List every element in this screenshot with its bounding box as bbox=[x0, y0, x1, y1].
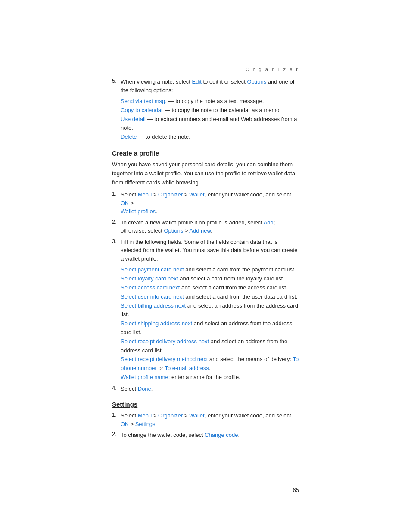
cp-wallet-link: Wallet bbox=[189, 191, 205, 198]
send-via-text-link: Send via text msg. bbox=[121, 98, 167, 104]
loyalty-card-link: Select loyalty card next bbox=[121, 275, 178, 282]
options-link: Options bbox=[247, 78, 266, 85]
cp-ok-link: OK bbox=[121, 200, 129, 206]
receipt-or: or bbox=[157, 365, 165, 371]
cp-step-4: 4. Select Done. bbox=[112, 385, 299, 393]
s-ok-link: OK bbox=[121, 421, 129, 427]
shipping-address-link: Select shipping address next bbox=[121, 320, 192, 327]
field-receipt-delivery-address: Select receipt delivery address next and… bbox=[121, 337, 299, 355]
payment-card-link: Select payment card next bbox=[121, 266, 184, 273]
change-code-link: Change code bbox=[205, 432, 238, 438]
receipt-delivery-address-link: Select receipt delivery address next bbox=[121, 338, 209, 345]
settings-step-1-text: Select Menu > Organizer > Wallet, enter … bbox=[121, 411, 291, 428]
delete-link: Delete bbox=[121, 134, 137, 140]
step-5-text: When viewing a note, select Edit to edit… bbox=[121, 78, 299, 94]
field-access-card: Select access card next and select a car… bbox=[121, 283, 299, 292]
header-label: O r g a n i z e r bbox=[246, 67, 299, 72]
send-via-text-desc: — to copy the note as a text message. bbox=[167, 98, 264, 104]
field-billing-address: Select billing address next and select a… bbox=[121, 302, 299, 320]
create-profile-intro: When you have saved your personal card d… bbox=[112, 160, 299, 187]
done-link: Done bbox=[138, 386, 151, 392]
cp-step-2-num: 2. bbox=[112, 218, 121, 235]
step-5-line: 5. When viewing a note, select Edit to e… bbox=[112, 78, 299, 94]
cp-step-2: 2. To create a new wallet profile if no … bbox=[112, 218, 299, 235]
settings-step-2-text: To change the wallet code, select Change… bbox=[121, 431, 240, 439]
receipt-delivery-method-desc: and select the means of delivery: bbox=[208, 356, 293, 362]
cp-step-1-num: 1. bbox=[112, 190, 121, 216]
page-number: 65 bbox=[293, 487, 299, 493]
options-list: Send via text msg. — to copy the note as… bbox=[121, 97, 299, 142]
cp-step-1: 1. Select Menu > Organizer > Wallet, ent… bbox=[112, 190, 299, 216]
settings-step-2-num: 2. bbox=[112, 431, 121, 439]
receipt-period: . bbox=[209, 365, 211, 371]
delete-desc: — to delete the note. bbox=[137, 134, 190, 140]
step-5-block: 5. When viewing a note, select Edit to e… bbox=[112, 78, 299, 142]
receipt-delivery-method-link: Select receipt delivery method next bbox=[121, 356, 208, 362]
payment-card-desc: and select a card from the payment card … bbox=[184, 266, 296, 273]
cp-wallet-profiles-link: Wallet profiles bbox=[121, 208, 156, 215]
option-send-via-text: Send via text msg. — to copy the note as… bbox=[121, 97, 299, 106]
wallet-profile-name-desc: enter a name for the profile. bbox=[170, 374, 240, 380]
field-wallet-profile-name: Wallet profile name: enter a name for th… bbox=[121, 373, 299, 382]
cp-step-4-num: 4. bbox=[112, 385, 121, 393]
s-wallet-link: Wallet bbox=[189, 412, 205, 419]
user-info-card-desc: and select a card from the user data car… bbox=[184, 293, 298, 300]
create-profile-section: Create a profile When you have saved you… bbox=[112, 149, 299, 393]
s-settings-link: Settings bbox=[135, 421, 156, 427]
field-payment-card: Select payment card next and select a ca… bbox=[121, 265, 299, 274]
use-detail-desc: — to extract numbers and e-mail and Web … bbox=[121, 116, 297, 131]
page: O r g a n i z e r 5. When viewing a note… bbox=[0, 0, 411, 532]
billing-address-link: Select billing address next bbox=[121, 302, 186, 309]
s-menu-link: Menu bbox=[138, 412, 152, 419]
option-copy-to-calendar: Copy to calendar — to copy the note to t… bbox=[121, 106, 299, 115]
cp-menu-link: Menu bbox=[138, 191, 152, 198]
s-organizer-link: Organizer bbox=[158, 412, 183, 419]
option-delete: Delete — to delete the note. bbox=[121, 133, 299, 142]
field-shipping-address: Select shipping address next and select … bbox=[121, 319, 299, 337]
copy-to-calendar-link: Copy to calendar bbox=[121, 107, 163, 113]
access-card-desc: and select a card from the access card l… bbox=[180, 284, 287, 291]
access-card-link: Select access card next bbox=[121, 284, 180, 291]
cp-step-4-text: Select Done. bbox=[121, 385, 153, 393]
copy-to-calendar-desc: — to copy the note to the calendar as a … bbox=[163, 107, 281, 113]
step-5-number: 5. bbox=[112, 78, 121, 94]
wallet-profile-name-link: Wallet profile name: bbox=[121, 374, 170, 380]
cp-add-new-link: Add new bbox=[189, 227, 211, 234]
cp-organizer-link: Organizer bbox=[158, 191, 183, 198]
settings-step-1: 1. Select Menu > Organizer > Wallet, ent… bbox=[112, 411, 299, 428]
to-email-address-link: To e-mail address bbox=[165, 365, 209, 371]
cp-options-link: Options bbox=[164, 227, 183, 234]
create-profile-heading: Create a profile bbox=[112, 149, 299, 157]
user-info-card-link: Select user info card next bbox=[121, 293, 184, 300]
loyalty-card-desc: and select a card from the loyalty card … bbox=[178, 275, 284, 282]
cp-add-link: Add bbox=[264, 219, 274, 226]
main-content: 5. When viewing a note, select Edit to e… bbox=[112, 78, 299, 439]
settings-step-1-num: 1. bbox=[112, 411, 121, 428]
cp-step-3-text: Fill in the following fields. Some of th… bbox=[121, 238, 299, 263]
option-use-detail: Use detail — to extract numbers and e-ma… bbox=[121, 115, 299, 133]
settings-section: Settings 1. Select Menu > Organizer > Wa… bbox=[112, 401, 299, 439]
edit-link: Edit bbox=[192, 78, 201, 85]
field-user-info-card: Select user info card next and select a … bbox=[121, 292, 299, 302]
settings-step-2: 2. To change the wallet code, select Cha… bbox=[112, 431, 299, 439]
settings-heading: Settings bbox=[112, 401, 299, 408]
cp-step-1-text: Select Menu > Organizer > Wallet, enter … bbox=[121, 190, 299, 216]
fields-list: Select payment card next and select a ca… bbox=[121, 265, 299, 382]
field-loyalty-card: Select loyalty card next and select a ca… bbox=[121, 274, 299, 283]
use-detail-link: Use detail bbox=[121, 116, 146, 122]
cp-step-2-text: To create a new wallet profile if no pro… bbox=[121, 218, 299, 235]
cp-step-3: 3. Fill in the following fields. Some of… bbox=[112, 238, 299, 263]
cp-step-3-num: 3. bbox=[112, 238, 121, 263]
field-receipt-delivery-method: Select receipt delivery method next and … bbox=[121, 355, 299, 373]
